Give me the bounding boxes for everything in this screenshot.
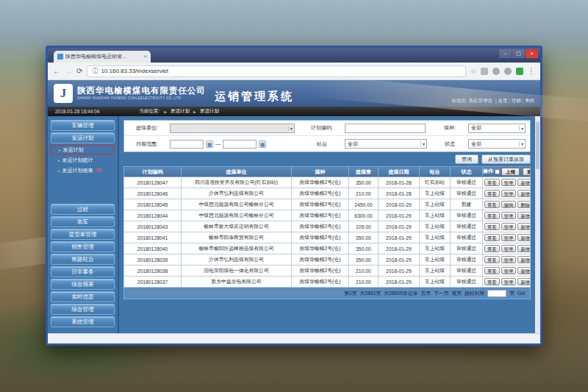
- sidebar-subitem-2[interactable]: ▸发运计划: [51, 145, 115, 154]
- back-button[interactable]: ←: [53, 68, 60, 75]
- row-action-button[interactable]: 管理: [501, 179, 517, 186]
- pagination-link-1[interactable]: 下一页: [434, 290, 448, 297]
- table-row: 20180128047四川港旭投资开发有限公司(红石峁站)面煤华榆横2号(仓)3…: [124, 177, 531, 188]
- sidebar-item-11[interactable]: 日常事务: [51, 266, 115, 277]
- jump-page-input[interactable]: [487, 290, 506, 297]
- unit-select[interactable]: ▾: [170, 124, 295, 133]
- close-button[interactable]: ×: [526, 49, 538, 58]
- row-action-button[interactable]: 管理: [501, 245, 517, 252]
- sidebar-subitem-3[interactable]: ▸发运计划统计: [51, 155, 115, 165]
- row-action-button[interactable]: 查看: [484, 245, 500, 252]
- row-action-button[interactable]: 查看: [484, 201, 500, 208]
- row-action-button[interactable]: 查看: [484, 179, 500, 186]
- row-action-button[interactable]: 管理: [501, 256, 517, 263]
- sidebar-item-15[interactable]: 系统管理: [51, 316, 115, 327]
- header-link-2[interactable]: 关闭: [525, 98, 534, 103]
- site-info-icon[interactable]: ⓘ: [92, 67, 98, 75]
- row-action-button[interactable]: 新增: [517, 267, 530, 274]
- row-action-button[interactable]: 查看: [484, 256, 500, 263]
- row-action-button[interactable]: 新增: [517, 278, 530, 285]
- cell-actions: 查看管理新增: [483, 188, 531, 199]
- refresh-button[interactable]: ⟳: [76, 68, 82, 75]
- row-action-button[interactable]: 查看: [484, 212, 500, 219]
- jump-label: 跳转到第: [465, 290, 484, 297]
- plan-code-input[interactable]: [345, 124, 426, 133]
- column-header-6: 状态: [451, 167, 483, 177]
- calendar-icon[interactable]: ▦: [259, 140, 266, 148]
- extension-icon[interactable]: [504, 68, 512, 75]
- cell-code: 20180128041: [124, 232, 182, 243]
- cell-qty: 2450.00: [349, 199, 379, 210]
- query-button[interactable]: 查询: [455, 154, 478, 164]
- row-action-button[interactable]: 删除: [517, 201, 530, 208]
- add-from-preset-button[interactable]: 从预置订单添加: [481, 154, 531, 164]
- sidebar-item-12[interactable]: 综合报表: [51, 279, 115, 290]
- row-action-button[interactable]: 新增: [517, 245, 530, 252]
- calendar-icon[interactable]: ▦: [206, 140, 213, 148]
- row-action-button[interactable]: 新增: [517, 234, 530, 241]
- row-action-button[interactable]: 管理: [501, 212, 517, 219]
- sidebar-item-7[interactable]: 装车: [51, 216, 115, 227]
- sidebar-item-8[interactable]: 提货单管理: [51, 229, 115, 240]
- station-select[interactable]: 全部 ▾: [345, 139, 427, 149]
- url-box[interactable]: ⓘ 10.160.83.33/indexservlet: [87, 65, 466, 77]
- forward-button[interactable]: →: [65, 68, 72, 75]
- row-action-button[interactable]: 管理: [501, 190, 517, 197]
- status-select[interactable]: 全部 ▾: [468, 139, 526, 149]
- browser-menu-icon[interactable]: ⋮: [528, 67, 535, 75]
- extension-icon[interactable]: [481, 68, 488, 75]
- header-link-0[interactable]: 首页: [498, 98, 507, 103]
- sidebar-item-10[interactable]: 铁路站台: [51, 254, 115, 265]
- row-action-button[interactable]: 管理: [501, 234, 517, 241]
- breadcrumb-item[interactable]: 发运计划: [200, 108, 219, 115]
- sidebar-item-13[interactable]: 实时信息: [51, 291, 115, 302]
- maximize-button[interactable]: ▢: [512, 49, 525, 58]
- pagination-link-2[interactable]: 尾页: [451, 290, 462, 297]
- main-content: 提煤单位: ▾ 计划编码: 煤种:: [119, 116, 535, 333]
- sidebar-item-9[interactable]: 销售管理: [51, 241, 115, 252]
- row-action-button[interactable]: 查看: [484, 267, 500, 274]
- cell-company: 介休市弘利选煤有限公司: [182, 188, 292, 199]
- extension-icon[interactable]: [516, 68, 523, 75]
- go-button[interactable]: Go!: [517, 291, 526, 296]
- select-all-checkbox[interactable]: [495, 169, 500, 174]
- header-button-1[interactable]: 通过: [523, 168, 531, 176]
- table-row: 20180128041榆林市阳泰商贸有限公司面煤华榆横2号(仓)350.0020…: [124, 232, 531, 243]
- row-action-button[interactable]: 管理: [501, 267, 517, 274]
- row-action-button[interactable]: 管理: [501, 278, 517, 285]
- cell-status: 审核通过: [451, 243, 483, 254]
- page-scrollbar[interactable]: [535, 116, 540, 333]
- date-to-input[interactable]: [223, 140, 257, 149]
- row-action-button[interactable]: 新增: [517, 190, 530, 197]
- pagination-link-0[interactable]: 首页: [420, 290, 431, 297]
- status-select-value: 全部: [471, 140, 481, 148]
- plan-code-filter-label: 计划编码:: [299, 124, 345, 132]
- header-button-0[interactable]: 上报: [501, 168, 520, 176]
- row-action-button[interactable]: 新增: [517, 256, 530, 263]
- row-action-button[interactable]: 查看: [484, 278, 500, 285]
- row-action-button[interactable]: 新增: [517, 179, 530, 186]
- coal-select[interactable]: 全部 ▾: [468, 124, 526, 133]
- browser-tab[interactable]: 陕西华电榆横煤电运销管... ×: [54, 51, 151, 63]
- sidebar-subitem-4[interactable]: ▸发运计划报表(新): [51, 165, 115, 175]
- sidebar-item-0[interactable]: 车辆管理: [51, 120, 115, 131]
- sidebar-item-1[interactable]: 发运计划: [51, 132, 115, 143]
- row-action-button[interactable]: 查看: [484, 234, 500, 241]
- column-header-4: 提煤日期: [379, 167, 420, 177]
- sidebar-item-14[interactable]: 综合管理: [51, 304, 115, 315]
- row-action-button[interactable]: 新增: [517, 223, 530, 230]
- header-link-1[interactable]: 注销: [512, 98, 521, 103]
- date-from-input[interactable]: [170, 140, 204, 149]
- sidebar-item-6[interactable]: 过磅: [51, 204, 115, 215]
- scrollbar-thumb[interactable]: [536, 122, 539, 169]
- row-action-button[interactable]: 查看: [484, 190, 500, 197]
- row-action-button[interactable]: 管理: [501, 223, 517, 230]
- row-action-button[interactable]: 查看: [484, 223, 500, 230]
- row-action-button[interactable]: 编辑: [501, 201, 517, 208]
- bookmark-star-icon[interactable]: ☆: [470, 68, 476, 75]
- tab-close-icon[interactable]: ×: [143, 54, 147, 60]
- extension-icon[interactable]: [492, 68, 500, 75]
- minimize-button[interactable]: –: [499, 49, 512, 58]
- breadcrumb-item[interactable]: 发运计划: [171, 108, 190, 115]
- row-action-button[interactable]: 新增: [517, 212, 530, 219]
